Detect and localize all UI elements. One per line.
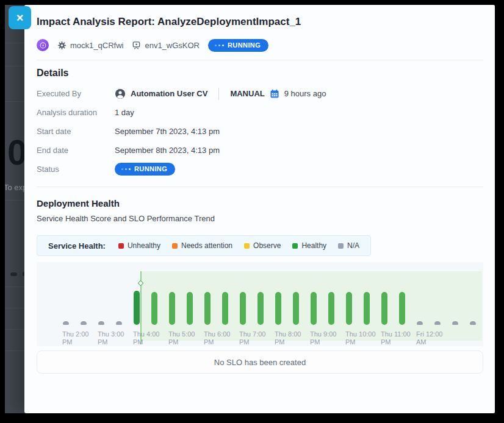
healthy-score-bar[interactable] xyxy=(169,292,175,325)
legend-label: Observe xyxy=(253,241,281,250)
close-icon: × xyxy=(16,12,24,24)
report-title: Impact Analysis Report: AnalyzeDeploymen… xyxy=(37,15,483,29)
end-date-value: September 8th 2023, 4:13 pm xyxy=(115,146,220,155)
deployment-health-subtitle: Service Health Score and SLO Performance… xyxy=(37,214,483,223)
na-score-bar[interactable] xyxy=(98,321,104,325)
x-axis-tick-label: Thu 8:00PM xyxy=(275,330,301,346)
na-score-bar[interactable] xyxy=(63,321,69,325)
user-icon xyxy=(115,88,126,99)
x-axis-tick-label: Thu 6:00PM xyxy=(204,330,230,346)
healthy-score-bar[interactable] xyxy=(240,292,246,325)
healthy-score-bar[interactable] xyxy=(275,292,281,325)
close-drawer-button[interactable]: × xyxy=(9,6,31,29)
unhealthy-color-swatch xyxy=(118,243,124,249)
na-score-bar[interactable] xyxy=(452,321,458,325)
legend-item-needs-attention: Needs attention xyxy=(172,241,232,250)
service-name: mock1_qCRfwi xyxy=(70,41,123,50)
x-axis-tick-label: Thu 9:00PM xyxy=(310,330,336,346)
loading-dots-icon xyxy=(121,168,131,170)
section-divider xyxy=(37,187,483,187)
status-badge-label: RUNNING xyxy=(134,166,167,172)
na-score-bar[interactable] xyxy=(116,321,122,325)
x-axis-tick-label: Thu 11:00PM xyxy=(381,330,411,346)
running-status-badge: RUNNING xyxy=(208,39,268,52)
na-score-bar[interactable] xyxy=(417,321,423,325)
detail-row-status: Status RUNNING xyxy=(37,160,483,179)
x-axis-tick-label: Thu 7:00PM xyxy=(239,330,265,346)
healthy-score-bar[interactable] xyxy=(346,292,352,325)
legend-item-observe: Observe xyxy=(244,241,281,250)
x-axis-tick-label: Fri 12:00AM xyxy=(416,330,442,346)
healthy-score-bar[interactable] xyxy=(222,292,228,325)
healthy-score-bar[interactable] xyxy=(257,292,264,325)
detail-label: Status xyxy=(37,165,115,174)
impact-analysis-report-drawer: Impact Analysis Report: AnalyzeDeploymen… xyxy=(24,5,495,413)
legend-title: Service Health: xyxy=(48,241,106,251)
healthy-score-bar[interactable] xyxy=(293,292,299,325)
detail-label: End date xyxy=(37,146,115,155)
healthy-score-bar[interactable] xyxy=(151,292,157,325)
healthy-score-bar[interactable] xyxy=(311,292,317,325)
detail-row-executed-by: Executed By Automation User CV MANUAL xyxy=(37,84,483,103)
na-score-bar[interactable] xyxy=(81,321,87,325)
service-health-legend: Service Health: Unhealthy Needs attentio… xyxy=(37,235,371,256)
trigger-type: MANUAL xyxy=(230,89,264,98)
legend-item-unhealthy: Unhealthy xyxy=(118,241,160,250)
deployment-health-heading: Deployment Health xyxy=(37,197,483,210)
legend-label: Unhealthy xyxy=(128,241,160,250)
service-link[interactable]: mock1_qCRfwi xyxy=(57,41,123,50)
legend-label: Needs attention xyxy=(181,241,232,250)
analysis-avatar-icon xyxy=(37,39,49,51)
legend-label: Healthy xyxy=(301,241,326,250)
na-score-bar[interactable] xyxy=(434,321,441,325)
x-axis-tick-label: Thu 5:00PM xyxy=(168,330,195,346)
x-axis-tick-label: Thu 10:00PM xyxy=(345,330,376,346)
detail-label: Executed By xyxy=(37,89,115,98)
background-skeleton-bar xyxy=(10,272,17,276)
detail-row-start-date: Start date September 7th 2023, 4:13 pm xyxy=(37,122,483,141)
details-table: Executed By Automation User CV MANUAL xyxy=(37,84,483,179)
executed-time-ago: 9 hours ago xyxy=(284,89,326,98)
running-status-label: RUNNING xyxy=(228,42,261,49)
health-bar-plot: Thu 2:00PMThu 3:00PMThu 4:00PMThu 5:00PM… xyxy=(37,262,483,346)
environment-icon xyxy=(132,41,141,50)
detail-value: Automation User CV MANUAL 9 hours ago xyxy=(115,88,326,100)
legend-item-healthy: Healthy xyxy=(292,241,326,250)
legend-item-na: N/A xyxy=(338,241,359,250)
needs-attention-color-swatch xyxy=(172,243,178,249)
healthy-score-bar[interactable] xyxy=(204,292,211,325)
x-axis-tick-label: Thu 4:00PM xyxy=(133,330,159,346)
healthy-score-bar[interactable] xyxy=(328,292,334,325)
environment-link[interactable]: env1_wGsKOR xyxy=(132,41,200,50)
calendar-icon xyxy=(270,89,279,99)
observe-color-swatch xyxy=(244,243,250,249)
gear-icon xyxy=(57,41,67,50)
loading-dots-icon xyxy=(215,44,224,46)
detail-label: Analysis duration xyxy=(37,108,115,117)
status-badge: RUNNING xyxy=(115,163,175,176)
x-axis-tick-label: Thu 2:00PM xyxy=(62,330,88,346)
environment-name: env1_wGsKOR xyxy=(145,41,200,50)
detail-label: Start date xyxy=(37,127,115,136)
na-score-bar[interactable] xyxy=(470,321,476,325)
header-divider xyxy=(37,60,483,60)
details-heading: Details xyxy=(37,66,483,80)
healthy-score-bar[interactable] xyxy=(381,292,387,325)
executed-by-user: Automation User CV xyxy=(131,89,207,98)
slo-empty-state: No SLO has been created xyxy=(37,350,483,374)
na-color-swatch xyxy=(338,243,344,249)
healthy-score-bar[interactable] xyxy=(134,291,140,325)
slo-empty-message: No SLO has been created xyxy=(214,358,306,367)
detail-row-analysis-duration: Analysis duration 1 day xyxy=(37,103,483,122)
healthy-score-bar[interactable] xyxy=(187,292,193,325)
detail-row-end-date: End date September 8th 2023, 4:13 pm xyxy=(37,141,483,160)
vertical-divider xyxy=(218,88,219,100)
healthy-color-swatch xyxy=(292,243,298,249)
background-metric-value: 0 xyxy=(7,132,26,172)
x-axis-tick-label: Thu 3:00PM xyxy=(98,330,124,346)
analysis-duration-value: 1 day xyxy=(115,108,134,117)
healthy-score-bar[interactable] xyxy=(364,292,370,325)
healthy-score-bar[interactable] xyxy=(399,292,405,325)
report-meta-row: mock1_qCRfwi env1_wGsKOR RUNNING xyxy=(37,38,483,52)
legend-label: N/A xyxy=(347,241,359,250)
